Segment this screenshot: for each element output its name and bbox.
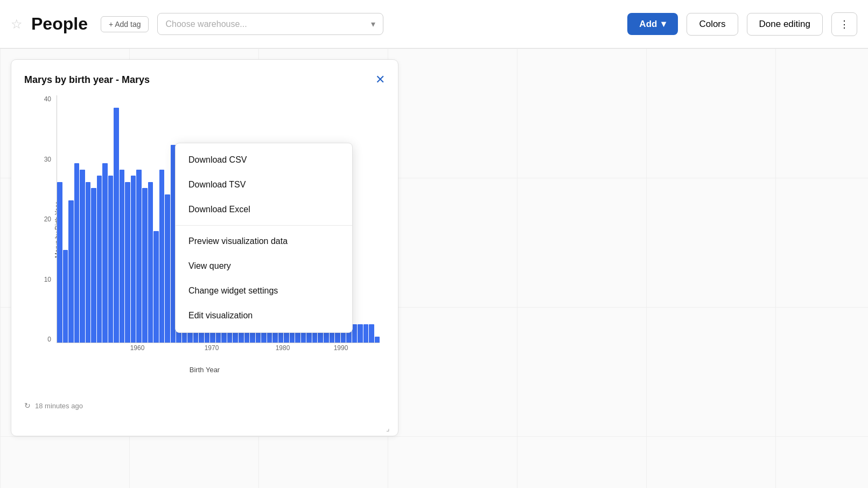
bar-14 [136,170,142,343]
bar-56 [375,337,380,343]
add-chevron-icon: ▾ [661,18,666,30]
widget-footer: ↻ 18 minutes ago [24,401,385,410]
y-tick-10: 10 [44,276,54,283]
bar-13 [131,176,136,343]
chevron-down-icon: ▾ [371,19,375,29]
menu-item-download-csv[interactable]: Download CSV [176,148,352,172]
bar-7 [97,176,102,343]
bar-9 [108,176,114,343]
bar-17 [153,231,159,343]
menu-item-download-excel[interactable]: Download Excel [176,197,352,222]
x-tick-1990: 1990 [334,344,348,352]
x-tick-1980: 1980 [276,344,290,352]
menu-item-view-query[interactable]: View query [176,254,352,278]
y-axis: 0 10 20 30 40 [40,95,54,343]
bar-16 [148,182,153,343]
refresh-icon: ↻ [24,401,31,410]
bar-19 [165,194,170,343]
x-tick-1970: 1970 [205,344,219,352]
bar-6 [91,188,96,343]
x-axis-label: Birth Year [24,366,385,374]
dropdown-menu: Download CSV Download TSV Download Excel… [175,143,353,333]
menu-item-edit-visualization[interactable]: Edit visualization [176,303,352,328]
menu-divider [176,225,352,226]
menu-item-change-widget-settings[interactable]: Change widget settings [176,278,352,303]
add-tag-button[interactable]: + Add tag [101,16,149,32]
bar-18 [159,170,165,343]
widget-title: Marys by birth year - Marys [24,74,150,86]
menu-item-preview-data[interactable]: Preview visualization data [176,229,352,254]
y-tick-30: 30 [44,156,54,163]
bar-54 [363,324,369,343]
y-tick-20: 20 [44,215,54,223]
bar-8 [102,163,108,343]
y-tick-0: 0 [47,336,54,343]
bar-10 [114,108,119,343]
bar-55 [369,324,374,343]
main-content: Marys by birth year - Marys ✕ Marys by B… [0,48,868,488]
last-updated: 18 minutes ago [35,402,83,410]
x-axis: 1960 1970 1980 1990 [57,344,380,354]
add-button[interactable]: Add ▾ [627,13,678,35]
bar-4 [80,170,85,343]
add-button-label: Add [639,19,657,30]
close-button[interactable]: ✕ [375,73,385,87]
y-tick-40: 40 [44,95,54,103]
colors-button[interactable]: Colors [687,13,738,36]
done-editing-button[interactable]: Done editing [747,13,823,36]
star-icon[interactable]: ☆ [11,17,23,32]
x-tick-1960: 1960 [130,344,145,352]
bar-0 [57,182,62,343]
bar-11 [120,170,125,343]
bar-15 [142,188,148,343]
widget-header: Marys by birth year - Marys ✕ [24,73,385,87]
warehouse-placeholder: Choose warehouse... [165,19,247,29]
menu-item-download-tsv[interactable]: Download TSV [176,172,352,197]
bar-1 [63,250,68,343]
resize-handle[interactable]: ⌟ [386,424,395,433]
bar-5 [86,182,91,343]
page-title: People [31,14,88,34]
more-options-button[interactable]: ⋮ [831,12,857,36]
bar-2 [68,200,74,343]
bar-53 [358,324,363,343]
warehouse-dropdown[interactable]: Choose warehouse... ▾ [157,13,383,35]
bar-12 [125,182,130,343]
bar-52 [352,324,358,343]
header: ☆ People + Add tag Choose warehouse... ▾… [0,0,868,48]
bar-3 [74,163,80,343]
